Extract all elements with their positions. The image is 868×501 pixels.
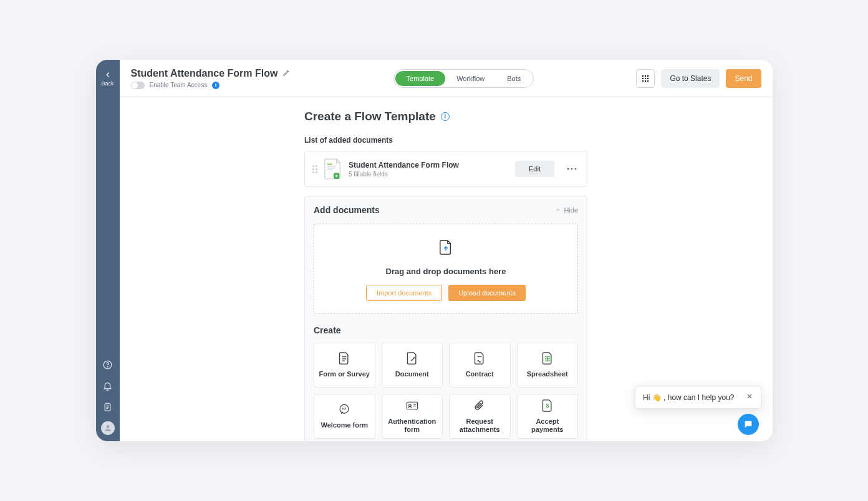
send-button[interactable]: Send <box>726 69 761 88</box>
upload-documents-button[interactable]: Upload documents <box>448 285 526 301</box>
chevron-left-icon <box>104 70 112 79</box>
panel-title: Add documents <box>314 205 380 215</box>
add-documents-panel: Add documents Hide Drag and drop documen… <box>304 196 587 441</box>
card-label: Welcome form <box>321 421 368 429</box>
spreadsheet-icon <box>541 351 554 365</box>
payments-icon: $ <box>541 399 554 413</box>
card-label: Request attachments <box>452 418 508 434</box>
svg-text:$: $ <box>546 403 549 409</box>
create-spreadsheet-card[interactable]: Spreadsheet <box>517 343 579 388</box>
edit-button[interactable]: Edit <box>515 161 554 177</box>
list-label: List of added documents <box>304 136 587 145</box>
svg-point-7 <box>642 77 644 79</box>
card-label: Accept payments <box>520 418 576 434</box>
dropzone-text: Drag and drop documents here <box>386 267 506 276</box>
drag-handle-icon[interactable] <box>312 165 317 173</box>
svg-point-4 <box>642 75 644 76</box>
document-icon <box>406 351 418 365</box>
svg-rect-13 <box>327 164 332 165</box>
svg-point-20 <box>575 168 577 170</box>
svg-point-9 <box>647 77 649 79</box>
tab-template[interactable]: Template <box>395 71 446 86</box>
chat-message: Hi 👋 , how can I help you? <box>643 393 734 402</box>
card-label: Authentication form <box>385 418 440 434</box>
tab-workflow[interactable]: Workflow <box>445 71 496 86</box>
document-icon <box>324 158 342 180</box>
dropzone[interactable]: Drag and drop documents here Import docu… <box>314 224 578 314</box>
create-grid: Form or Survey Document Contract Sp <box>314 343 578 439</box>
back-button[interactable]: Back <box>99 66 117 91</box>
svg-point-11 <box>645 80 646 81</box>
avatar[interactable] <box>101 421 115 435</box>
form-icon <box>338 351 350 365</box>
page-title: Student Attendance Form Flow <box>131 68 278 79</box>
section-heading: Create a Flow Template <box>304 110 436 123</box>
svg-text:Hi!: Hi! <box>342 407 347 411</box>
svg-point-18 <box>567 168 569 170</box>
svg-point-12 <box>647 80 649 81</box>
hide-label: Hide <box>564 206 578 214</box>
paperclip-icon <box>473 399 486 413</box>
svg-point-19 <box>571 168 573 170</box>
svg-point-24 <box>408 404 411 406</box>
svg-rect-14 <box>327 166 335 166</box>
upload-file-icon <box>439 239 453 258</box>
apps-grid-icon[interactable] <box>636 69 655 88</box>
create-title: Create <box>314 325 578 335</box>
document-card: Student Attendance Form Flow 5 fillable … <box>304 151 587 187</box>
svg-rect-16 <box>327 169 333 170</box>
svg-rect-23 <box>407 402 417 409</box>
create-attachments-card[interactable]: Request attachments <box>449 394 511 439</box>
svg-point-3 <box>106 425 109 428</box>
back-label: Back <box>101 80 113 87</box>
svg-point-1 <box>107 366 108 367</box>
create-payments-card[interactable]: $ Accept payments <box>517 394 579 439</box>
create-welcome-card[interactable]: Hi! Welcome form <box>314 394 375 439</box>
chat-popup: Hi 👋 , how can I help you? <box>635 386 761 409</box>
create-form-card[interactable]: Form or Survey <box>314 343 375 388</box>
tab-bots[interactable]: Bots <box>496 71 532 86</box>
card-label: Contract <box>466 370 494 378</box>
go-to-slates-button[interactable]: Go to Slates <box>661 69 720 88</box>
document-name: Student Attendance Form Flow <box>349 161 509 169</box>
clipboard-icon[interactable] <box>96 396 120 418</box>
card-label: Form or Survey <box>319 370 370 378</box>
chevron-up-icon <box>555 207 561 213</box>
svg-point-5 <box>645 75 646 76</box>
main-area: Student Attendance Form Flow Enable Team… <box>120 60 773 441</box>
chat-icon <box>743 419 753 429</box>
contract-icon <box>473 351 486 365</box>
tab-group: Template Workflow Bots <box>393 69 534 88</box>
create-document-card[interactable]: Document <box>382 343 443 388</box>
create-auth-card[interactable]: Authentication form <box>382 394 443 439</box>
info-icon[interactable]: i <box>212 82 219 89</box>
card-label: Spreadsheet <box>527 370 568 378</box>
document-subtitle: 5 fillable fields <box>349 171 509 178</box>
app-window: Back Student Attendance Form Flow <box>96 60 773 441</box>
help-icon[interactable] <box>96 354 120 375</box>
more-icon[interactable] <box>564 161 579 176</box>
svg-point-8 <box>645 77 646 79</box>
team-access-toggle[interactable] <box>131 82 145 89</box>
hide-toggle[interactable]: Hide <box>555 206 578 214</box>
info-icon[interactable]: i <box>441 112 450 121</box>
svg-point-6 <box>647 75 649 76</box>
sidebar: Back <box>96 60 120 441</box>
pencil-icon[interactable] <box>282 68 291 79</box>
welcome-icon: Hi! <box>338 403 350 416</box>
close-icon[interactable] <box>746 393 753 402</box>
import-documents-button[interactable]: Import documents <box>366 285 442 301</box>
topbar: Student Attendance Form Flow Enable Team… <box>120 60 773 97</box>
bell-icon[interactable] <box>96 375 120 396</box>
card-label: Document <box>395 370 429 378</box>
chat-button[interactable] <box>738 414 759 435</box>
id-card-icon <box>406 399 418 413</box>
team-access-label: Enable Team Access <box>150 82 208 88</box>
create-contract-card[interactable]: Contract <box>449 343 511 388</box>
svg-rect-15 <box>327 168 335 168</box>
svg-point-10 <box>642 80 644 81</box>
